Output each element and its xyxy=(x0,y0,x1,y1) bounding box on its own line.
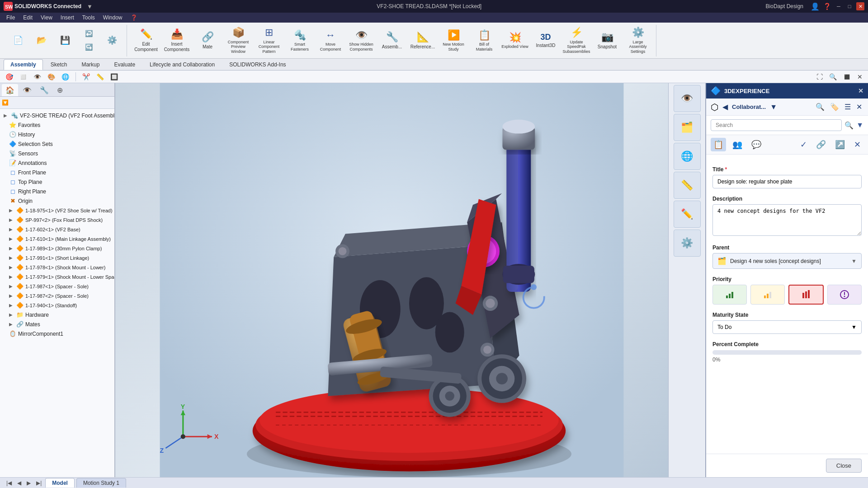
priority-medium-btn[interactable] xyxy=(750,285,785,305)
tab-assembly[interactable]: Assembly xyxy=(4,59,43,70)
tree-item-component-4[interactable]: ▶ 🔶 1-17-610<1> (Main Linkage Assembly) xyxy=(0,234,114,244)
tree-item-component-1[interactable]: ▶ 🔶 1-18-975<1> (VF2 Shoe Sole w/ Tread) xyxy=(0,206,114,215)
tab-motion-study-1[interactable]: Motion Study 1 xyxy=(76,478,126,488)
exp-collab-nav[interactable]: ◀ xyxy=(721,101,729,113)
exploded-view-btn[interactable]: 💥 Exploded View xyxy=(500,26,529,55)
menu-expand-btn[interactable]: ▼ xyxy=(87,3,93,10)
rp-scene-btn[interactable]: 🌐 xyxy=(674,143,701,170)
tab-nav-last[interactable]: ▶| xyxy=(34,479,43,487)
tree-item-selection-sets[interactable]: 🔷 Selection Sets xyxy=(0,139,114,149)
large-assembly-btn[interactable]: ⚙️ Large Assembly Settings xyxy=(623,26,652,55)
tree-item-component-7[interactable]: ▶ 🔶 1-17-978<1> (Shock Mount - Lower) xyxy=(0,263,114,272)
tab-markup[interactable]: Markup xyxy=(75,59,106,70)
tree-item-origin[interactable]: ✖ Origin xyxy=(0,196,114,206)
exp-tool-list[interactable]: 📋 xyxy=(711,138,726,151)
tree-item-top-plane[interactable]: ◻ Top Plane xyxy=(0,177,114,187)
insert-components-btn[interactable]: 📥 Insert Components xyxy=(162,26,191,55)
tab-lifecycle[interactable]: Lifecycle and Collaboration xyxy=(143,59,222,70)
view-display-btn[interactable]: ◻️ xyxy=(18,72,29,81)
tree-item-mirror[interactable]: 🪞 MirrorComponent1 xyxy=(0,329,114,338)
view-edit-appearance-btn[interactable]: 🎨 xyxy=(46,72,57,81)
tree-item-component-8[interactable]: ▶ 🔶 1-17-979<1> (Shock Mount - Lower Spa… xyxy=(0,272,114,282)
tree-item-history[interactable]: 🕒 History xyxy=(0,130,114,139)
tree-item-front-plane[interactable]: ◻ Front Plane xyxy=(0,168,114,177)
tab-sketch[interactable]: Sketch xyxy=(44,59,74,70)
rp-display-btn[interactable]: 🗂️ xyxy=(674,114,701,141)
move-component-btn[interactable]: ↔️ Move Component xyxy=(316,26,345,55)
zoom-to-fit-btn[interactable]: 🔍 xyxy=(827,72,839,81)
close-btn[interactable]: ✕ xyxy=(856,2,864,10)
tab-model[interactable]: Model xyxy=(45,478,75,488)
panel-toggle-btn[interactable]: ◼️ xyxy=(841,72,853,81)
priority-high-btn[interactable] xyxy=(788,285,824,305)
tree-item-component-10[interactable]: ▶ 🔶 1-17-987<2> (Spacer - Sole) xyxy=(0,291,114,300)
view-orient-btn[interactable]: 🎯 xyxy=(4,72,15,81)
save-btn[interactable]: 💾 xyxy=(54,26,76,55)
fullscreen-btn[interactable]: ⛶ xyxy=(815,72,825,81)
parent-selector[interactable]: 🗂️ Design 4 new soles [concept designs] … xyxy=(712,253,862,269)
bill-of-materials-btn[interactable]: 📋 Bill of Materials xyxy=(470,26,499,55)
exp-tool-people[interactable]: 👥 xyxy=(730,138,745,151)
ft-tab-properties[interactable]: 🔧 xyxy=(36,84,52,96)
exp-filter-toggle[interactable]: ▼ xyxy=(856,121,863,129)
tree-item-component-3[interactable]: ▶ 🔶 1-17-602<1> (VF2 Base) xyxy=(0,225,114,234)
component-preview-btn[interactable]: 📦 Component Preview Window xyxy=(224,26,253,55)
tree-item-component-9[interactable]: ▶ 🔶 1-17-987<1> (Spacer - Sole) xyxy=(0,282,114,291)
tab-nav-next[interactable]: ▶ xyxy=(25,479,33,487)
exp-tool-link[interactable]: 🔗 xyxy=(813,138,829,151)
menu-tools[interactable]: Tools xyxy=(79,14,99,22)
exp-close-button[interactable]: Close xyxy=(826,459,862,473)
help-btn[interactable]: ❓ xyxy=(823,3,831,10)
exp-close-btn[interactable]: ✕ xyxy=(858,87,863,94)
user-avatar[interactable]: 👤 xyxy=(811,2,820,11)
priority-low-btn[interactable] xyxy=(712,285,747,305)
title-input[interactable] xyxy=(712,175,862,188)
minimize-btn[interactable]: ─ xyxy=(835,2,843,10)
exp-panel-close-x[interactable]: ✕ xyxy=(855,101,863,113)
tab-addins[interactable]: SOLIDWORKS Add-Ins xyxy=(222,59,292,70)
open-btn[interactable]: 📂 xyxy=(31,26,52,55)
rp-measure-btn[interactable]: 📏 xyxy=(674,172,701,199)
exp-search-icon[interactable]: 🔍 xyxy=(814,101,826,113)
exp-tool-check[interactable]: ✓ xyxy=(797,138,810,151)
menu-insert[interactable]: Insert xyxy=(57,14,78,22)
close-view-btn[interactable]: ✕ xyxy=(855,72,864,81)
smart-fasteners-btn[interactable]: 🔩 Smart Fasteners xyxy=(285,26,314,55)
tree-item-component-11[interactable]: ▶ 🔶 1-17-940<1> (Standoff) xyxy=(0,300,114,310)
exp-menu-icon[interactable]: ☰ xyxy=(843,101,852,113)
exp-search-submit[interactable]: 🔍 xyxy=(844,121,854,130)
tab-evaluate[interactable]: Evaluate xyxy=(107,59,142,70)
menu-file[interactable]: File xyxy=(3,14,19,22)
maximize-btn[interactable]: □ xyxy=(845,2,854,10)
tree-item-sensors[interactable]: 📡 Sensors xyxy=(0,149,114,158)
redo-btn[interactable]: ↪️ xyxy=(78,41,99,54)
undo-btn[interactable]: ↩️ xyxy=(78,28,99,40)
linear-pattern-btn[interactable]: ⊞ Linear Component Pattern xyxy=(255,26,283,55)
ft-tab-favorites[interactable]: ⊕ xyxy=(53,84,66,96)
tree-item-favorites[interactable]: ⭐ Favorites xyxy=(0,120,114,130)
tab-nav-prev[interactable]: ◀ xyxy=(15,479,23,487)
tree-item-annotations[interactable]: 📝 Annotations xyxy=(0,158,114,168)
view-modes-btn[interactable]: 🔲 xyxy=(108,72,120,81)
reference-btn[interactable]: 📐 Reference... xyxy=(408,26,437,55)
maturity-select[interactable]: To Do ▼ xyxy=(712,320,862,334)
ft-tab-home[interactable]: 🏠 xyxy=(2,84,18,96)
viewport[interactable]: softsarabic.com xyxy=(115,83,668,477)
view-section-btn[interactable]: ✂️ xyxy=(80,72,92,81)
ft-tab-display[interactable]: 👁️ xyxy=(19,84,35,96)
new-btn[interactable]: 📄 xyxy=(7,26,29,55)
view-ref-geometry-btn[interactable]: 📏 xyxy=(94,72,106,81)
instant3d-btn[interactable]: 3D Instant3D xyxy=(531,26,560,55)
exp-tool-chat[interactable]: 💬 xyxy=(749,138,764,151)
show-hidden-btn[interactable]: 👁️ Show Hidden Components xyxy=(347,26,376,55)
rp-view-btn[interactable]: 👁️ xyxy=(674,85,701,112)
options-btn[interactable]: ⚙️ xyxy=(101,26,123,55)
menu-edit[interactable]: Edit xyxy=(19,14,36,22)
description-input[interactable]: 4 new concept designs for the VF2 xyxy=(712,204,862,236)
tree-item-hardware[interactable]: ▶ 📁 Hardware xyxy=(0,310,114,319)
snapshot-btn[interactable]: 📷 Snapshot xyxy=(593,26,622,55)
menu-view[interactable]: View xyxy=(37,14,56,22)
priority-critical-btn[interactable] xyxy=(827,285,862,305)
tree-root[interactable]: ▶ 🔩 VF2-SHOE TREAD (VF2 Foot Assembly) xyxy=(0,111,114,120)
tree-item-mates[interactable]: ▶ 🔗 Mates xyxy=(0,319,114,329)
